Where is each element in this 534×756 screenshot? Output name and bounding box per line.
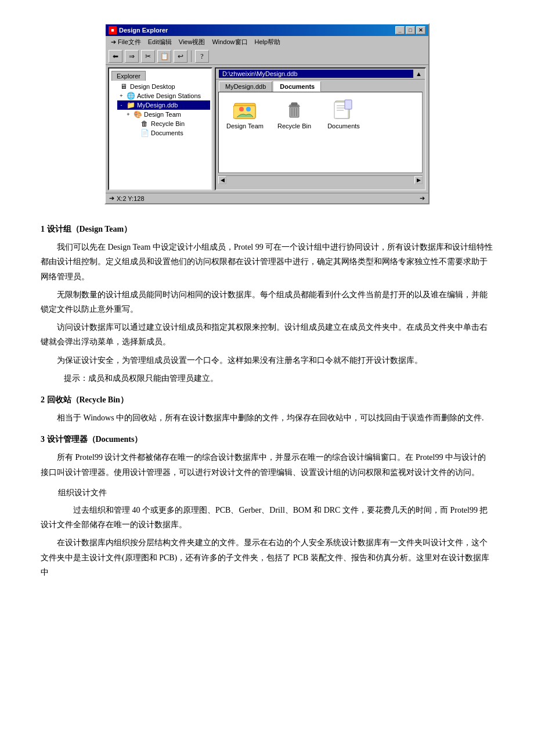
tree-item-documents[interactable]: 📄 Documents [131,128,210,138]
address-bar-container: D:\zhweixin\MyDesign.ddb ▲ [216,69,425,80]
minimize-button[interactable]: _ [395,26,405,34]
recycle-large-icon [283,98,306,120]
file-content-area: Design Team Recycle Bin [218,92,423,173]
menu-help[interactable]: Help帮助 [252,37,284,47]
tree-item-active-stations[interactable]: + 🌐 Active Design Stations [117,91,210,100]
svg-point-3 [246,107,251,111]
tab-documents[interactable]: Documents [273,81,321,92]
right-panel: D:\zhweixin\MyDesign.ddb ▲ MyDesign.ddb … [215,67,426,190]
tree-item-design-team[interactable]: + 🎨 Design Team [124,110,210,119]
window-controls: _ □ ✕ [395,26,425,34]
copy-button[interactable]: 📋 [157,50,171,63]
desktop-icon: 🖥 [119,82,128,91]
maximize-button[interactable]: □ [406,26,415,34]
section2-title: 2 回收站（Recycle Bin） [41,393,493,407]
tab-mydesign[interactable]: MyDesign.ddb [219,81,272,92]
docs-large-icon [332,98,355,120]
coordinates: X:2 Y:128 [117,195,145,202]
tree-label-stations: Active Design Stations [137,92,201,99]
documents-icon: 📄 [140,129,149,137]
expand-icon-team: + [125,111,131,117]
sub-title1: 组织设计文件 [58,485,493,500]
paragraph7: 过去组织和管理 40 个或更多的原理图、PCB、Gerber、Drill、BOM… [41,503,493,532]
address-bar[interactable]: D:\zhweixin\MyDesign.ddb [219,70,413,78]
design-explorer-window: ■ Design Explorer _ □ ✕ ➔ File文件 Edit编辑 … [104,23,430,204]
horizontal-scrollbar[interactable]: ◀ ▶ [218,175,423,183]
paragraph3: 访问设计数据库可以通过建立设计组成员和指定其权限来控制。设计组成员建立在成员文件… [41,320,493,349]
svg-point-2 [239,107,244,111]
expand-icon-mydesign: - [118,102,124,108]
close-button[interactable]: ✕ [416,26,425,34]
toolbar-separator [191,51,192,62]
cut-button[interactable]: ✂ [141,50,155,63]
menu-file[interactable]: ➔ File文件 [108,37,144,47]
file-item-docs[interactable]: Documents [323,98,364,130]
titlebar: ■ Design Explorer _ □ ✕ [106,24,428,36]
scroll-right[interactable]: ▶ [414,176,423,184]
mydesign-icon: 📁 [126,101,135,109]
file-item-recycle[interactable]: Recycle Bin [274,98,315,130]
design-team-icon: 🎨 [133,110,142,118]
help-button[interactable]: ? [195,50,209,63]
menu-edit[interactable]: Edit编辑 [145,37,175,47]
main-body: Explorer 🖥 Design Desktop + 🌐 Active Des… [106,65,428,193]
file-item-design-team[interactable]: Design Team [225,98,265,130]
tree-item-mydesign[interactable]: - 📁 MyDesign.ddb [117,100,210,110]
tree-label-recycle: Recycle Bin [151,120,185,127]
design-team-label: Design Team [225,122,265,130]
app-icon: ■ [109,26,117,34]
docs-label: Documents [326,122,361,130]
menu-window[interactable]: Window窗口 [209,37,250,47]
hint-text: 提示：成员和成员权限只能由管理员建立。 [64,371,493,386]
titlebar-left: ■ Design Explorer [109,26,168,34]
toolbar: ⬅ ⇒ ✂ 📋 ↩ ? [106,48,428,65]
paragraph1: 我们可以先在 Design Team 中设定设计小组成员，Protel 99 可… [41,240,493,284]
expand-icon-stations: + [118,93,124,99]
menubar: ➔ File文件 Edit编辑 View视图 Window窗口 Help帮助 [106,36,428,48]
recycle-label: Recycle Bin [276,122,312,130]
explorer-panel: Explorer 🖥 Design Desktop + 🌐 Active Des… [108,67,212,190]
stations-icon: 🌐 [126,92,135,100]
document-content: 1 设计组（Design Team） 我们可以先在 Design Team 中设… [35,222,499,579]
paragraph6: 所有 Protel99 设计文件都被储存在唯一的综合设计数据库中，并显示在唯一的… [41,450,493,479]
section1-title: 1 设计组（Design Team） [41,222,493,236]
paragraph2: 无限制数量的设计组成员能同时访问相同的设计数据库。每个组成员都能看到什么文件当前… [41,287,493,316]
tree-item-recycle[interactable]: 🗑 Recycle Bin [131,119,210,128]
forward-button[interactable]: ⇒ [125,50,139,63]
paragraph8: 在设计数据库内组织按分层结构文件夹建立的文件。显示在右边的个人安全系统设计数据库… [41,535,493,579]
window-title: Design Explorer [119,27,168,34]
section3-title: 3 设计管理器（Documents） [41,432,493,447]
arrow-icon: ➔ [109,195,114,202]
recycle-icon: 🗑 [140,120,149,128]
paragraph5: 相当于 Windows 中的回收站，所有在设计数据库中删除的文件，均保存在回收站… [41,411,493,425]
scroll-arrow: ▲ [416,70,422,77]
paragraph4: 为保证设计安全，为管理组成员设置一个口令。这样如果没有注册名字和口令就不能打开设… [41,353,493,368]
scroll-left[interactable]: ◀ [218,176,226,184]
explorer-tab[interactable]: Explorer [111,71,146,81]
svg-rect-8 [291,103,297,105]
tree-label-mydesign: MyDesign.ddb [137,102,178,109]
undo-button[interactable]: ↩ [174,50,187,63]
menu-view[interactable]: View视图 [176,37,208,47]
tree-label-documents: Documents [151,129,183,136]
tree-label-desktop: Design Desktop [130,83,175,90]
statusbar: ➔ X:2 Y:128 ➔ [106,193,428,203]
right-tabs: MyDesign.ddb Documents [216,80,425,92]
back-button[interactable]: ⬅ [109,50,122,63]
design-team-large-icon [233,98,257,120]
svg-rect-14 [345,100,352,109]
tree-label-design-team: Design Team [144,111,181,118]
forward-arrow-status: ➔ [420,195,425,202]
tree-item-desktop[interactable]: 🖥 Design Desktop [110,82,210,91]
tree-area: 🖥 Design Desktop + 🌐 Active Design Stati… [109,81,211,139]
